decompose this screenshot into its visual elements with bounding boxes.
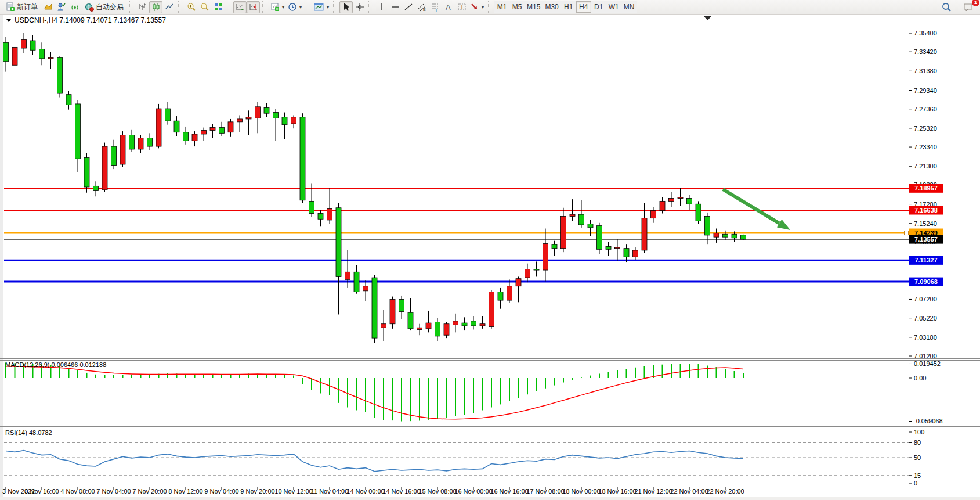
timeframe-m5-button[interactable]: M5 xyxy=(509,1,525,13)
timeframe-h1-button[interactable]: H1 xyxy=(561,1,576,13)
price-level-badge-label: 7.16638 xyxy=(914,207,938,214)
search-button[interactable] xyxy=(938,1,955,14)
svg-text:E: E xyxy=(423,8,426,12)
new-order-label: 新订单 xyxy=(17,2,38,12)
price-tick-label: 7.27360 xyxy=(914,106,937,113)
timeframe-d1-button[interactable]: D1 xyxy=(591,1,606,13)
trendline-button[interactable] xyxy=(402,1,415,13)
price-level-badge-label: 7.13557 xyxy=(914,236,938,243)
candle-body xyxy=(138,138,143,149)
mt4-window: 新订单 自动交易 xyxy=(0,0,980,500)
vertical-line-button[interactable] xyxy=(375,1,388,13)
arrow-object-icon xyxy=(470,2,479,12)
text-label-button[interactable]: T xyxy=(455,1,468,13)
macd-tick-label: 0.00 xyxy=(914,375,926,382)
candle-body xyxy=(111,146,117,166)
candle-body xyxy=(192,134,197,141)
candle-body xyxy=(417,328,422,329)
cursor-button[interactable] xyxy=(339,1,353,13)
market-watch-button[interactable] xyxy=(41,1,55,13)
candle-body xyxy=(642,218,647,250)
candle-body xyxy=(237,119,243,122)
candle-body xyxy=(480,324,485,326)
macd-label: MACD(12,26,9) 0.006466 0.012188 xyxy=(5,361,106,368)
candle-body xyxy=(336,208,341,277)
price-tick-label: 7.15240 xyxy=(914,220,937,227)
candle-body xyxy=(660,201,665,210)
timeframe-m30-button[interactable]: M30 xyxy=(543,1,560,13)
autotrading-button[interactable]: 自动交易 xyxy=(81,1,127,13)
chart-shift-button[interactable] xyxy=(247,1,260,13)
candle-body xyxy=(606,246,611,249)
fibonacci-button[interactable]: F xyxy=(428,1,442,13)
new-order-button[interactable]: 新订单 xyxy=(2,1,41,13)
svg-text:T: T xyxy=(460,4,464,10)
candle-body xyxy=(615,247,620,249)
chart-canvas[interactable]: 7.354007.334207.313807.293407.273607.253… xyxy=(0,0,980,500)
template-icon xyxy=(314,2,324,12)
toolbar-separator xyxy=(333,1,338,13)
time-tick-label: 7 Nov 20:00 xyxy=(132,488,167,495)
rsi-tick-label: 50 xyxy=(914,454,921,461)
new-chart-button[interactable]: ▾ xyxy=(269,1,286,13)
auto-scroll-icon xyxy=(236,2,245,12)
candle-body xyxy=(84,158,89,187)
timeframe-m15-button[interactable]: M15 xyxy=(525,1,543,13)
candle-body xyxy=(588,224,593,228)
price-tick-label: 7.05220 xyxy=(914,315,937,322)
signal-icon xyxy=(70,2,79,12)
templates-button[interactable]: ▾ xyxy=(312,1,331,13)
time-tick-label: 8 Nov 12:00 xyxy=(168,488,202,495)
timeframe-h4-button[interactable]: H4 xyxy=(576,1,591,13)
candle-body xyxy=(21,39,27,48)
signals-button[interactable] xyxy=(68,1,81,13)
svg-text:F: F xyxy=(436,8,438,12)
tile-windows-button[interactable] xyxy=(211,1,225,13)
candle-body xyxy=(552,244,557,249)
time-tick-label: 22 Nov 20:00 xyxy=(706,488,744,495)
candle-body xyxy=(687,199,692,204)
candle-body xyxy=(327,208,332,220)
line-handle[interactable] xyxy=(905,231,909,235)
time-tick-label: 4 Nov 08:00 xyxy=(60,488,95,495)
candle-body xyxy=(678,197,683,199)
equidistant-channel-button[interactable]: E xyxy=(415,1,428,13)
zoom-out-button[interactable] xyxy=(198,1,211,13)
new-order-icon xyxy=(6,2,15,12)
text-label-icon: T xyxy=(457,2,467,12)
candlestick-chart-button[interactable] xyxy=(149,1,162,13)
toolbar-separator xyxy=(178,1,183,13)
timeframe-w1-button[interactable]: W1 xyxy=(606,1,621,13)
horizontal-line-button[interactable] xyxy=(388,1,402,13)
bar-chart-button[interactable] xyxy=(136,1,149,13)
candle-body xyxy=(156,109,161,146)
timeframe-mn-button[interactable]: MN xyxy=(621,1,637,13)
time-tick-label: 3 Nov 16:00 xyxy=(24,488,59,495)
text-button[interactable]: A xyxy=(442,1,455,13)
candle-body xyxy=(453,321,458,325)
arrows-button[interactable]: ▾ xyxy=(468,1,486,13)
time-tick-label: 16 Nov 16:00 xyxy=(490,488,528,495)
candle-body xyxy=(165,109,171,121)
macd-tick-label: -0.059068 xyxy=(914,418,943,425)
timeframe-m1-button[interactable]: M1 xyxy=(494,1,509,13)
crosshair-button[interactable] xyxy=(353,1,366,13)
line-chart-button[interactable] xyxy=(162,1,176,13)
chart-shift-icon xyxy=(249,2,258,12)
notification-badge[interactable]: 1 xyxy=(972,0,979,6)
community-button[interactable]: 1 xyxy=(960,1,977,14)
expert-advisors-button[interactable] xyxy=(55,1,68,13)
trendline-icon xyxy=(404,2,413,12)
profiles-button[interactable]: ▾ xyxy=(286,1,303,13)
tile-windows-icon xyxy=(214,2,223,12)
zoom-in-button[interactable] xyxy=(185,1,198,13)
candle-body xyxy=(741,235,746,239)
toolbar-separator xyxy=(129,1,134,13)
fibonacci-icon: F xyxy=(431,2,440,12)
candle-body xyxy=(345,272,350,279)
auto-scroll-button[interactable] xyxy=(233,1,247,13)
candle-body xyxy=(651,211,656,218)
candlestick-chart-icon xyxy=(151,2,161,12)
price-tick-label: 7.03180 xyxy=(914,334,937,341)
candle-body xyxy=(102,146,107,190)
